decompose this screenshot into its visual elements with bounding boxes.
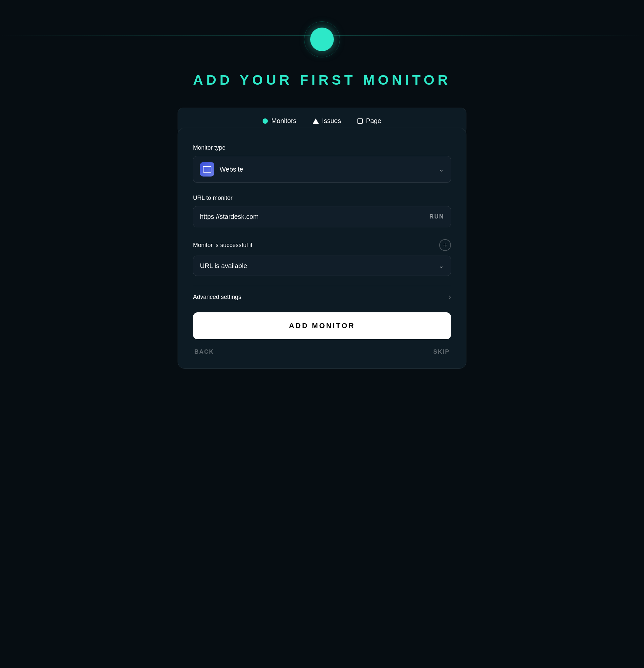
tab-page[interactable]: Page — [357, 117, 381, 125]
success-condition-select[interactable]: URL is available ⌄ — [193, 256, 451, 276]
tab-page-label: Page — [366, 117, 381, 125]
url-input-container: RUN — [193, 206, 451, 227]
add-condition-button[interactable]: + — [439, 239, 451, 251]
add-monitor-button[interactable]: ADD MONITOR — [193, 312, 451, 339]
tab-monitors-label: Monitors — [271, 117, 296, 125]
page-title: ADD YOUR FIRST MONITOR — [193, 72, 451, 88]
back-button[interactable]: BACK — [194, 348, 214, 355]
triangle-icon — [313, 119, 319, 124]
success-label: Monitor is successful if — [193, 242, 252, 249]
run-button[interactable]: RUN — [429, 213, 444, 220]
monitor-type-section: Monitor type Website ⌄ — [193, 145, 451, 183]
select-box-left: Website — [200, 162, 243, 177]
advanced-settings-row[interactable]: Advanced settings › — [193, 286, 451, 308]
success-condition-section: Monitor is successful if + URL is availa… — [193, 239, 451, 276]
monitor-type-label: Monitor type — [193, 145, 451, 151]
chevron-down-icon: ⌄ — [438, 165, 444, 173]
url-label: URL to monitor — [193, 195, 451, 201]
tab-issues-label: Issues — [322, 117, 341, 125]
tab-issues[interactable]: Issues — [313, 117, 341, 125]
url-section: URL to monitor RUN — [193, 195, 451, 227]
square-icon — [357, 119, 363, 124]
chevron-right-icon: › — [449, 293, 451, 301]
browser-icon — [203, 166, 211, 172]
logo-ring — [304, 21, 340, 57]
monitor-type-value: Website — [220, 166, 243, 173]
logo-container — [302, 20, 342, 59]
circle-icon — [263, 119, 268, 124]
success-condition-value: URL is available — [200, 262, 247, 270]
website-icon — [200, 162, 214, 177]
main-card: Monitor type Website ⌄ URL to monitor RU… — [178, 127, 466, 369]
chevron-down-icon-2: ⌄ — [438, 262, 444, 270]
url-input[interactable] — [200, 213, 429, 221]
page-wrapper: ADD YOUR FIRST MONITOR Monitors Issues P… — [0, 0, 644, 369]
tab-monitors[interactable]: Monitors — [263, 117, 296, 125]
bottom-nav: BACK SKIP — [193, 348, 451, 355]
monitor-type-select[interactable]: Website ⌄ — [193, 156, 451, 183]
advanced-settings-label: Advanced settings — [193, 294, 241, 301]
success-label-row: Monitor is successful if + — [193, 239, 451, 251]
skip-button[interactable]: SKIP — [433, 348, 450, 355]
